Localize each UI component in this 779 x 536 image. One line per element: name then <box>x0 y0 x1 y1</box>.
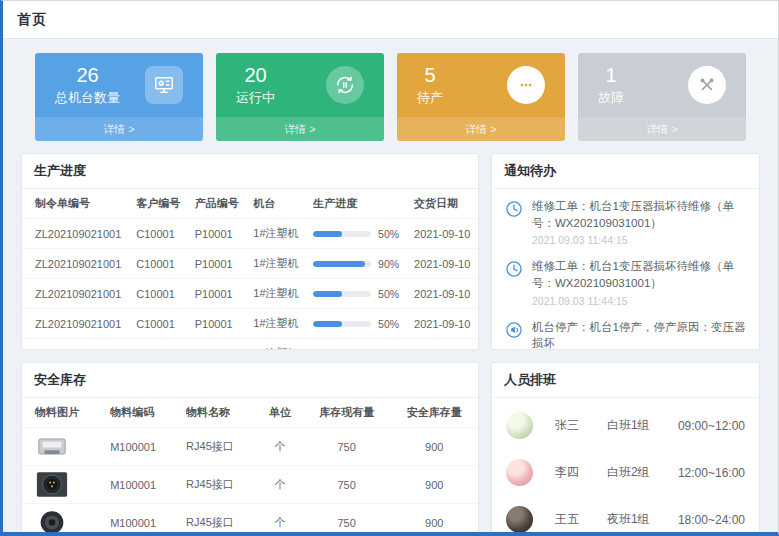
progress-cell: 50% <box>306 309 407 339</box>
product-no-cell: P10001 <box>188 249 247 279</box>
table-row: ZL202109021001 C10001 P10001 1#注塑机 50% 2… <box>22 339 478 351</box>
notification-item[interactable]: 机台停产：机台1停产，停产原因：变压器损坏 2021.09.03 11:44:1… <box>504 313 747 350</box>
column-header: 交货日期 <box>407 189 478 219</box>
detail-link[interactable]: 详情 > <box>397 117 565 141</box>
running-icon <box>326 66 364 104</box>
order-no-cell: ZL202109021001 <box>22 219 129 249</box>
staff-name: 张三 <box>555 417 607 434</box>
staff-name: 李四 <box>555 464 607 481</box>
detail-link[interactable]: 详情 > <box>216 117 384 141</box>
safety-stock-cell: 900 <box>390 466 478 504</box>
panel-title: 通知待办 <box>492 154 759 189</box>
table-row: M100001 RJ45接口 个 750 900 <box>22 504 478 533</box>
speaker-image <box>35 509 69 532</box>
shift-label: 白班2组 <box>607 464 678 481</box>
production-table: 制令单编号 客户编号 产品编号 机台 生产进度 交货日期 ZL202109021… <box>22 189 478 350</box>
notification-text: 维修工单：机台1变压器损坏待维修（单号：WX202109031001） <box>532 258 747 291</box>
notification-item[interactable]: 维修工单：机台1变压器损坏待维修（单号：WX202109031001） 2021… <box>504 192 747 252</box>
notifications-panel: 通知待办 维修工单：机台1变压器损坏待维修（单号：WX202109031001）… <box>491 153 760 350</box>
table-header-row: 物料图片 物料编码 物料名称 单位 库存现有量 安全库存量 <box>22 398 478 428</box>
avatar <box>506 412 533 439</box>
dashboard-content: 26 总机台数量 详情 > <box>3 39 778 532</box>
material-name-cell: RJ45接口 <box>179 466 257 504</box>
progress-bar: 50% <box>313 228 400 240</box>
stat-value: 26 <box>55 63 120 87</box>
notification-text: 机台停产：机台1停产，停产原因：变压器损坏 <box>532 319 747 350</box>
progress-track <box>313 291 371 297</box>
staff-name: 王五 <box>555 511 607 528</box>
stat-label: 总机台数量 <box>55 89 120 107</box>
progress-bar: 50% <box>313 288 400 300</box>
schedule-row: 李四 白班2组 12:00~16:00 <box>492 449 759 496</box>
progress-cell: 50% <box>306 279 407 309</box>
material-name-cell: RJ45接口 <box>179 504 257 533</box>
stat-card-total-machines[interactable]: 26 总机台数量 详情 > <box>35 53 203 141</box>
safety-stock-cell: 900 <box>390 504 478 533</box>
notification-list: 维修工单：机台1变压器损坏待维修（单号：WX202109031001） 2021… <box>492 189 759 350</box>
column-header: 客户编号 <box>129 189 188 219</box>
machine-cell: 1#注塑机 <box>246 279 306 309</box>
machine-icon <box>145 66 183 104</box>
notification-item[interactable]: 维修工单：机台1变压器损坏待维修（单号：WX202109031001） 2021… <box>504 252 747 312</box>
stat-card-body: 26 总机台数量 <box>35 53 203 117</box>
safety-inventory-panel: 安全库存 物料图片 物料编码 物料名称 单位 库存现有量 安全库存量 <box>21 362 479 532</box>
stat-card-body: 5 待产 <box>397 53 565 117</box>
product-no-cell: P10001 <box>188 339 247 351</box>
stat-value: 5 <box>417 63 443 87</box>
customer-no-cell: C10001 <box>129 309 188 339</box>
progress-cell: 50% <box>306 219 407 249</box>
stat-value: 20 <box>236 63 275 87</box>
table-header-row: 制令单编号 客户编号 产品编号 机台 生产进度 交货日期 <box>22 189 478 219</box>
column-header: 机台 <box>246 189 306 219</box>
delivery-date-cell: 2021-09-10 <box>407 279 478 309</box>
table-row: M100001 RJ45接口 个 750 900 <box>22 428 478 466</box>
stat-card-running[interactable]: 20 运行中 详情 > <box>216 53 384 141</box>
stat-card-standby[interactable]: 5 待产 详情 > <box>397 53 565 141</box>
stat-card-text: 1 故障 <box>598 63 624 107</box>
progress-bar: 90% <box>313 258 400 270</box>
notification-body: 机台停产：机台1停产，停产原因：变压器损坏 2021.09.03 11:44:1… <box>532 319 747 350</box>
schedule-row: 王五 夜班1组 18:00~24:00 <box>492 496 759 532</box>
detail-link[interactable]: 详情 > <box>35 117 203 141</box>
delivery-date-cell: 2021-09-10 <box>407 309 478 339</box>
panels-grid: 生产进度 制令单编号 客户编号 产品编号 机台 生产进度 交货日期 <box>21 153 760 532</box>
production-progress-panel: 生产进度 制令单编号 客户编号 产品编号 机台 生产进度 交货日期 <box>21 153 479 350</box>
on-hand-cell: 750 <box>303 504 391 533</box>
progress-track <box>313 231 371 237</box>
progress-bar: 50% <box>313 318 400 330</box>
machine-cell: 1#注塑机 <box>246 309 306 339</box>
column-header: 制令单编号 <box>22 189 129 219</box>
progress-cell: 50% <box>306 339 407 351</box>
machine-cell: 1#注塑机 <box>246 339 306 351</box>
unit-cell: 个 <box>257 428 303 466</box>
progress-track <box>313 261 371 267</box>
panel-title: 安全库存 <box>22 363 478 398</box>
progress-fill <box>313 231 342 237</box>
topbar: 首页 <box>3 1 778 39</box>
stat-value: 1 <box>598 63 624 87</box>
shift-label: 夜班1组 <box>607 511 678 528</box>
stat-card-body: 20 运行中 <box>216 53 384 117</box>
rj45-connector-image <box>35 433 69 460</box>
shift-time: 18:00~24:00 <box>678 513 745 527</box>
stat-card-fault[interactable]: 1 故障 详情 > <box>578 53 746 141</box>
column-header: 产品编号 <box>188 189 247 219</box>
stat-card-text: 26 总机台数量 <box>55 63 120 107</box>
round-connector-image <box>35 471 69 498</box>
stat-card-body: 1 故障 <box>578 53 746 117</box>
shift-time: 09:00~12:00 <box>678 419 745 433</box>
panel-title: 生产进度 <box>22 154 478 189</box>
progress-fill <box>313 321 342 327</box>
order-no-cell: ZL202109021001 <box>22 309 129 339</box>
notification-text: 维修工单：机台1变压器损坏待维修（单号：WX202109031001） <box>532 198 747 231</box>
material-name-cell: RJ45接口 <box>179 428 257 466</box>
table-row: ZL202109021001 C10001 P10001 1#注塑机 50% 2… <box>22 279 478 309</box>
order-no-cell: ZL202109021001 <box>22 249 129 279</box>
progress-cell: 90% <box>306 249 407 279</box>
stat-label: 故障 <box>598 89 624 107</box>
customer-no-cell: C10001 <box>129 339 188 351</box>
progress-label: 50% <box>378 288 399 300</box>
unit-cell: 个 <box>257 466 303 504</box>
notification-time: 2021.09.03 11:44:15 <box>532 234 747 246</box>
detail-link[interactable]: 详情 > <box>578 117 746 141</box>
